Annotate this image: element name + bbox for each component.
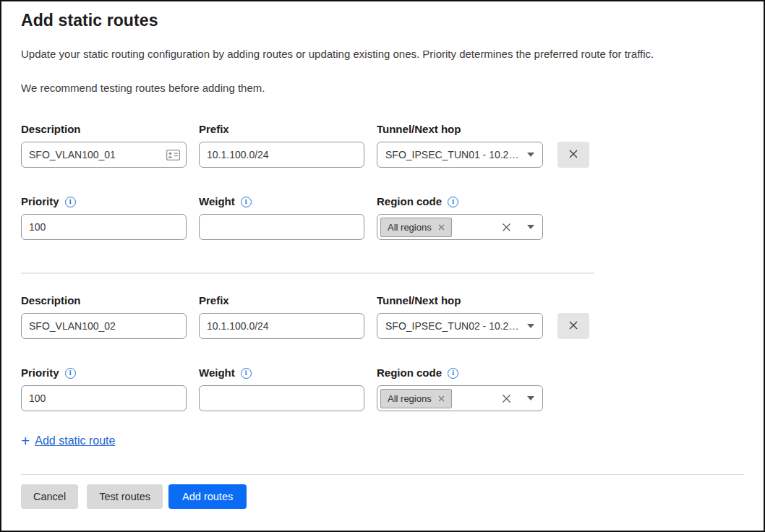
info-icon[interactable]: i [241, 368, 252, 379]
route-block-2: Description Prefix Tunnel/Next hop SFO_I… [21, 294, 744, 411]
tunnel-select[interactable]: SFO_IPSEC_TUN01 - 10.25... [377, 142, 543, 168]
tunnel-label: Tunnel/Next hop [377, 294, 543, 306]
weight-label: Weight [199, 195, 235, 207]
tunnel-select-value: SFO_IPSEC_TUN02 - 10.25... [385, 320, 521, 332]
info-icon[interactable]: i [65, 197, 76, 207]
plus-icon: + [21, 433, 30, 448]
priority-label: Priority [21, 366, 59, 379]
region-code-label: Region code [377, 366, 442, 379]
chevron-down-icon [527, 153, 534, 157]
region-chip: All regions [380, 389, 452, 408]
region-chip-label: All regions [388, 393, 432, 404]
chip-remove-icon[interactable] [438, 395, 445, 402]
description-text-2: We recommend testing routes before addin… [21, 82, 744, 94]
prefix-label: Prefix [199, 123, 364, 135]
delete-route-button[interactable] [557, 142, 589, 168]
prefix-input[interactable] [199, 313, 364, 339]
prefix-label: Prefix [199, 294, 364, 306]
weight-label: Weight [199, 366, 235, 379]
chip-remove-icon[interactable] [438, 224, 445, 231]
clear-icon[interactable] [502, 394, 511, 403]
add-static-routes-dialog: Add static routes Update your static rou… [0, 0, 765, 532]
chevron-down-icon [527, 324, 534, 328]
priority-label: Priority [21, 195, 59, 207]
weight-input[interactable] [199, 214, 364, 240]
chevron-down-icon [527, 225, 534, 229]
region-code-label: Region code [377, 195, 442, 207]
delete-route-icon [568, 148, 579, 162]
route-divider [21, 273, 594, 274]
description-text-1: Update your static routing configuration… [21, 48, 744, 60]
delete-route-icon [568, 319, 579, 333]
contact-card-icon [166, 150, 180, 163]
page-title: Add static routes [21, 11, 744, 30]
region-code-select[interactable]: All regions [377, 385, 543, 411]
region-code-select[interactable]: All regions [377, 214, 543, 240]
test-routes-button[interactable]: Test routes [87, 484, 163, 509]
region-chip: All regions [380, 218, 452, 237]
cancel-button[interactable]: Cancel [21, 484, 78, 509]
description-label: Description [21, 123, 187, 135]
add-static-route-link[interactable]: Add static route [35, 434, 115, 447]
priority-input[interactable] [21, 214, 187, 240]
prefix-input[interactable] [199, 142, 364, 168]
info-icon[interactable]: i [241, 197, 252, 207]
tunnel-label: Tunnel/Next hop [377, 123, 543, 135]
info-icon[interactable]: i [448, 197, 458, 207]
add-routes-button[interactable]: Add routes [168, 484, 247, 509]
priority-input[interactable] [21, 385, 187, 411]
region-chip-label: All regions [388, 222, 432, 233]
delete-route-button[interactable] [557, 313, 589, 339]
chevron-down-icon [527, 396, 534, 400]
info-icon[interactable]: i [65, 368, 76, 379]
description-input[interactable] [21, 313, 187, 339]
weight-input[interactable] [199, 385, 364, 411]
footer-divider [21, 474, 744, 475]
description-input[interactable] [21, 142, 187, 168]
footer-actions: Cancel Test routes Add routes [21, 484, 744, 509]
tunnel-select[interactable]: SFO_IPSEC_TUN02 - 10.25... [377, 313, 543, 339]
tunnel-select-value: SFO_IPSEC_TUN01 - 10.25... [385, 149, 521, 160]
route-block-1: Description [21, 123, 744, 240]
clear-icon[interactable] [502, 223, 511, 232]
description-label: Description [21, 294, 187, 306]
info-icon[interactable]: i [448, 368, 458, 379]
